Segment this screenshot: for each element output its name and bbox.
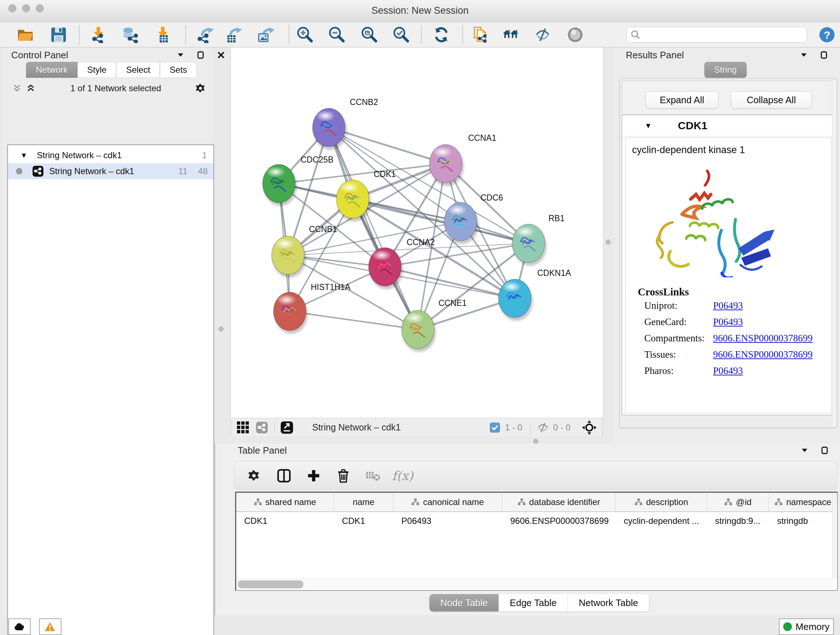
table-cell[interactable]: P06493 [393, 512, 502, 530]
table-row[interactable]: CDK1CDK1P064939606.ENSP00000378699cyclin… [236, 512, 837, 530]
table-cell[interactable]: stringdb:9... [707, 512, 769, 530]
network-node-CDKN1A[interactable] [499, 279, 533, 321]
import-table-icon[interactable] [153, 25, 174, 45]
export-image-icon[interactable] [256, 25, 276, 45]
column-header[interactable]: name [334, 493, 393, 511]
tab-network-table[interactable]: Network Table [568, 594, 649, 611]
table-splitter-handle[interactable] [533, 439, 538, 444]
collapse-all-button[interactable]: Collapse All [731, 91, 812, 109]
crosshair-icon[interactable] [582, 420, 597, 435]
result-entry-header[interactable]: ▼ CDK1 [622, 115, 834, 136]
hide-elements-icon[interactable] [532, 25, 553, 45]
results-scrollbar[interactable] [832, 79, 836, 427]
tab-edge-table[interactable]: Edge Table [499, 594, 568, 611]
zoom-in-icon[interactable] [294, 25, 315, 45]
panel-minimize-icon[interactable] [799, 445, 810, 456]
help-icon[interactable]: ? [817, 25, 837, 45]
panel-minimize-icon[interactable] [798, 50, 809, 60]
right-splitter-handle[interactable] [606, 240, 611, 245]
collapse-all-icon[interactable] [11, 83, 22, 94]
open-in-window-icon[interactable] [279, 420, 294, 435]
show-columns-icon[interactable] [274, 466, 294, 486]
table-horizontal-scrollbar[interactable] [236, 578, 833, 590]
collapse-triangle-icon[interactable]: ▼ [645, 122, 652, 130]
crosslink-link[interactable]: 9606.ENSP00000378699 [713, 333, 813, 344]
import-network-icon[interactable] [89, 25, 109, 45]
zoom-out-icon[interactable] [326, 25, 347, 45]
table-vertical-scrollbar[interactable] [832, 493, 837, 578]
network-node-CDK1[interactable] [336, 180, 371, 222]
network-node-RB1[interactable] [512, 224, 546, 266]
add-column-icon[interactable] [304, 466, 324, 486]
selected-checkbox-icon[interactable] [488, 420, 502, 435]
save-session-icon[interactable] [49, 25, 69, 45]
gray-orb-icon[interactable] [565, 25, 585, 45]
panel-float-icon[interactable] [195, 50, 206, 60]
network-edge[interactable] [329, 127, 418, 329]
gear-icon[interactable] [195, 83, 206, 94]
scrollbar-thumb[interactable] [238, 580, 303, 588]
table-cell[interactable]: cyclin-dependent ... [616, 512, 707, 530]
tab-sets[interactable]: Sets [160, 62, 197, 78]
network-node-CCNA1[interactable] [429, 144, 464, 186]
crosslink-link[interactable]: P06493 [713, 300, 743, 311]
network-node-CCNB1[interactable] [272, 236, 306, 278]
expand-all-icon[interactable] [25, 83, 36, 94]
tab-string[interactable]: String [704, 62, 747, 78]
column-header[interactable]: shared name [236, 493, 334, 511]
expand-all-button[interactable]: Expand All [645, 91, 718, 109]
left-splitter-handle[interactable] [218, 326, 224, 332]
collapse-triangle-icon[interactable]: ▼ [20, 151, 27, 160]
panel-minimize-icon[interactable] [175, 50, 186, 60]
network-node-CDC25B[interactable] [263, 165, 297, 206]
column-header[interactable]: @id [707, 493, 769, 511]
import-database-icon[interactable] [119, 25, 140, 45]
cloud-status-button[interactable] [8, 618, 31, 635]
panel-close-icon[interactable] [216, 50, 226, 60]
zoom-fit-icon[interactable] [359, 25, 379, 45]
zoom-selected-icon[interactable] [391, 25, 411, 45]
table-cell[interactable]: CDK1 [236, 512, 334, 530]
column-header[interactable]: canonical name [393, 493, 502, 511]
refresh-icon[interactable] [431, 25, 452, 45]
memory-button[interactable]: Memory [779, 618, 834, 635]
column-header[interactable]: description [616, 493, 707, 511]
table-toolbar: f(x) [234, 461, 837, 490]
crosslink-link[interactable]: P06493 [713, 317, 743, 328]
network-node-HIST1H1A[interactable] [273, 292, 308, 334]
table-cell[interactable]: stringdb [769, 512, 837, 530]
tab-node-table[interactable]: Node Table [429, 594, 499, 611]
search-field[interactable] [626, 27, 807, 43]
tab-style[interactable]: Style [77, 62, 116, 78]
panel-float-icon[interactable] [819, 50, 829, 60]
table-cell[interactable]: CDK1 [334, 512, 393, 530]
home-pages-icon[interactable] [501, 25, 521, 45]
crosslink-link[interactable]: P06493 [713, 365, 743, 377]
warning-status-button[interactable] [39, 618, 62, 635]
network-node-CCNA2[interactable] [369, 248, 403, 289]
panel-float-icon[interactable] [819, 445, 830, 456]
network-edge[interactable] [290, 311, 418, 329]
column-header[interactable]: database identifier [502, 493, 616, 511]
node-label-CCNA2: CCNA2 [407, 238, 435, 247]
string-network-gray-icon[interactable] [255, 420, 269, 435]
tab-select[interactable]: Select [116, 62, 160, 78]
tab-network[interactable]: Network [26, 62, 77, 78]
network-row-selected[interactable]: String Network – cdk1 11 48 [8, 163, 213, 179]
export-network-icon[interactable] [195, 25, 216, 45]
network-collection-row[interactable]: ▼ String Network – cdk1 1 [8, 147, 213, 163]
network-node-CCNE1[interactable] [401, 310, 436, 352]
network-node-CCNB2[interactable] [313, 108, 347, 150]
search-input[interactable] [641, 29, 802, 40]
network-canvas[interactable]: CCNB2CCNA1CDC25BCDK1CDC6RB1CCNB1CCNA2CDK… [231, 48, 603, 418]
export-table-icon[interactable] [224, 25, 244, 45]
open-file-icon[interactable] [15, 25, 35, 45]
table-settings-icon[interactable] [245, 466, 264, 486]
share-document-icon[interactable] [470, 25, 491, 45]
column-header[interactable]: namespace [769, 493, 837, 511]
delete-column-icon[interactable] [333, 466, 353, 486]
table-header-row[interactable]: shared namenamecanonical namedatabase id… [236, 493, 837, 512]
birdseye-view-icon[interactable] [236, 420, 250, 435]
crosslink-link[interactable]: 9606.ENSP00000378699 [713, 349, 813, 360]
table-cell[interactable]: 9606.ENSP00000378699 [502, 512, 616, 530]
